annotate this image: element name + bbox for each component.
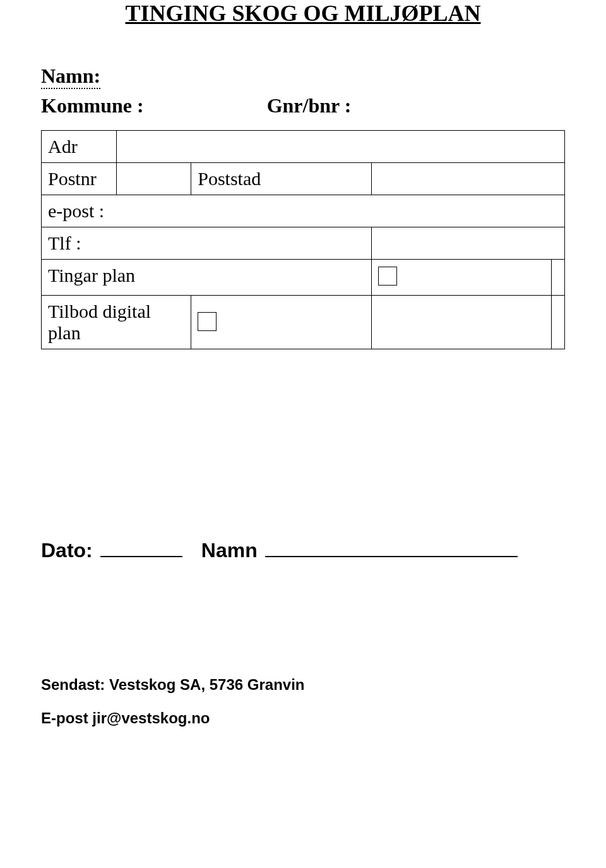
dato-line[interactable] [100,556,182,557]
adr-label: Adr [42,131,117,163]
tilbod-label: Tilbod digital plan [42,296,191,349]
postnr-row: Postnr Poststad [42,163,565,195]
adr-row: Adr [42,131,565,163]
tingar-extra-cell[interactable] [552,260,565,296]
poststad-label: Poststad [191,163,372,195]
epost-label: e-post : [42,195,565,227]
tingar-label: Tingar plan [42,260,372,296]
tilbod-row: Tilbod digital plan [42,296,565,349]
kommune-label: Kommune : [41,94,144,118]
tilbod-extra-cell2[interactable] [552,296,565,349]
namn-signature-line[interactable] [265,556,518,557]
footer: Sendast: Vestskog SA, 5736 Granvin E-pos… [41,676,565,727]
tingar-checkbox[interactable] [378,267,397,286]
namn-signature-label: Namn [201,539,258,562]
signature-row: Dato: Namn [41,539,565,562]
dato-label: Dato: [41,539,93,562]
form-table: Adr Postnr Poststad e-post : Tlf : Tinga… [41,130,565,349]
postnr-label: Postnr [42,163,117,195]
postnr-input[interactable] [117,163,191,195]
tilbod-extra-cell1[interactable] [372,296,552,349]
tingar-row: Tingar plan [42,260,565,296]
page-title: TINGING SKOG OG MILJØPLAN [41,0,565,27]
tlf-input[interactable] [372,227,565,260]
tlf-row: Tlf : [42,227,565,260]
kommune-row: Kommune : Gnr/bnr : [41,94,565,118]
namn-row: Namn: [41,64,565,89]
epost-row: e-post : [42,195,565,227]
footer-sendast: Sendast: Vestskog SA, 5736 Granvin [41,676,565,694]
tilbod-checkbox[interactable] [198,312,217,331]
adr-input[interactable] [117,131,565,163]
footer-epost: E-post jir@vestskog.no [41,709,565,727]
namn-label: Namn: [41,64,100,89]
tlf-label: Tlf : [42,227,372,260]
gnrbnr-label: Gnr/bnr : [267,94,352,118]
tingar-checkbox-cell [372,260,552,296]
tilbod-checkbox-cell [191,296,372,349]
poststad-input[interactable] [372,163,565,195]
